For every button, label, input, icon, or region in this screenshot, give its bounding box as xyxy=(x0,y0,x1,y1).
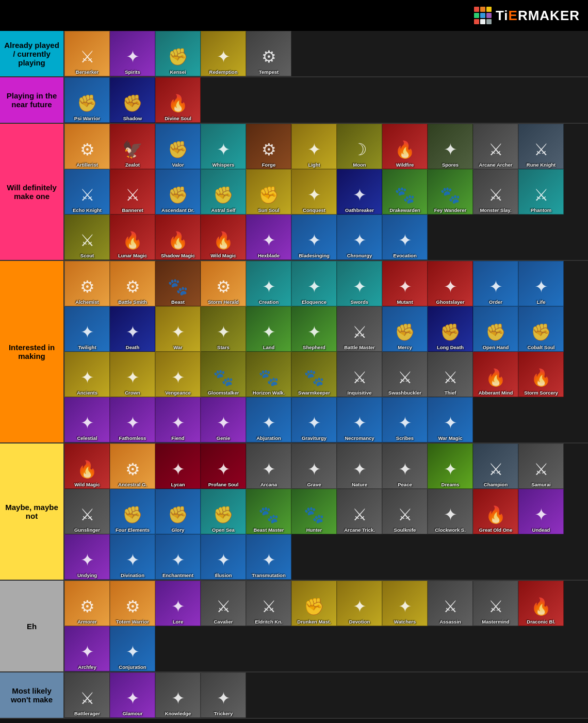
tier-item[interactable]: 🐾Horizon Walk. xyxy=(246,352,291,397)
tier-item[interactable]: ✊Drunken Mast. xyxy=(291,581,337,626)
tier-item[interactable]: ✊Four Elements xyxy=(110,489,155,534)
tier-item[interactable]: ✦Divination xyxy=(110,534,155,580)
tier-item[interactable]: ✊Kensei xyxy=(155,31,201,76)
tier-item[interactable]: ✦Swords xyxy=(337,261,382,306)
tier-item[interactable]: ✦Land xyxy=(246,306,291,352)
tier-item[interactable]: ✦Trickery xyxy=(201,672,246,718)
tier-item[interactable]: ✦War xyxy=(155,306,201,352)
tier-item[interactable]: 🐾Beast xyxy=(155,261,201,306)
tier-item[interactable]: ✦Genie xyxy=(201,397,246,442)
tier-item[interactable]: ✦Dreams xyxy=(428,443,473,489)
tier-item[interactable]: 🔥Divine Soul xyxy=(155,77,201,123)
tier-item[interactable]: ✦War Magic xyxy=(428,397,473,442)
tier-item[interactable]: 🔥Wild Magic xyxy=(64,443,110,489)
tier-item[interactable]: ✊Mercy xyxy=(382,306,428,352)
tier-item[interactable]: ⚔Soulknife xyxy=(382,489,428,534)
tier-item[interactable]: ⚔Phantom xyxy=(518,169,564,215)
tier-item[interactable]: ✦Redemption xyxy=(201,31,246,76)
tier-item[interactable]: ⚔Thief xyxy=(428,352,473,397)
tier-item[interactable]: ⚙Alchemist xyxy=(64,261,110,306)
tier-item[interactable]: 🐾Fey Wanderer xyxy=(428,169,473,215)
tier-item[interactable]: ✊Cobalt Soul xyxy=(518,306,564,352)
tier-item[interactable]: ✊Open Sea xyxy=(201,489,246,534)
tier-item[interactable]: ✦Undying xyxy=(64,534,110,580)
tier-item[interactable]: ✦Undead xyxy=(518,489,564,534)
tier-item[interactable]: ✦Crown xyxy=(110,352,155,397)
tier-item[interactable]: ✦Life xyxy=(518,261,564,306)
tier-item[interactable]: ✦Clockwork S. xyxy=(428,489,473,534)
tier-item[interactable]: 🔥Wildfire xyxy=(382,124,428,169)
tier-item[interactable]: ⚔Monster Slay. xyxy=(473,169,518,215)
tier-item[interactable]: ⚔Mastermind xyxy=(473,581,518,626)
tier-item[interactable]: ✦Creation xyxy=(246,261,291,306)
tier-item[interactable]: ⚔Assassin xyxy=(428,581,473,626)
tier-item[interactable]: ✦Enchantment xyxy=(155,534,201,580)
tier-item[interactable]: ⚙Forge xyxy=(246,124,291,169)
tier-item[interactable]: ✊Psi Warrior xyxy=(64,77,110,123)
tier-item[interactable]: ✦Spores xyxy=(428,124,473,169)
tier-item[interactable]: ✦Fiend xyxy=(155,397,201,442)
tier-item[interactable]: ✦Vengeance xyxy=(155,352,201,397)
tier-item[interactable]: ✦Mutant xyxy=(382,261,428,306)
tier-item[interactable]: 🔥Draconic Bl. xyxy=(518,581,564,626)
tier-item[interactable]: ⚔Samurai xyxy=(518,443,564,489)
tier-item[interactable]: 🔥Storm Sorcery xyxy=(518,352,564,397)
tier-item[interactable]: ⚙Tempest xyxy=(246,31,291,76)
tier-item[interactable]: ⚙Ancestral G. xyxy=(110,443,155,489)
tier-item[interactable]: ⚙Totem Warrior xyxy=(110,581,155,626)
tier-item[interactable]: ⚔Arcane Archer xyxy=(473,124,518,169)
tier-item[interactable]: ✦Shepherd xyxy=(291,306,337,352)
tier-item[interactable]: ✦Stars xyxy=(201,306,246,352)
tier-item[interactable]: 🐾Drakewarden xyxy=(382,169,428,215)
tier-item[interactable]: ✦Glamour xyxy=(110,672,155,718)
tier-item[interactable]: 🔥Shadow Magic xyxy=(155,215,201,260)
tier-item[interactable]: ✦Graviturgy xyxy=(291,397,337,442)
tier-item[interactable]: ⚔Inquisitive xyxy=(337,352,382,397)
tier-item[interactable]: ✦Profane Soul xyxy=(201,443,246,489)
tier-item[interactable]: 🔥Lunar Magic xyxy=(110,215,155,260)
tier-item[interactable]: ✦Bladesinging xyxy=(291,215,337,260)
tier-item[interactable]: ⚔Scout xyxy=(64,215,110,260)
tier-item[interactable]: ✦Lycan xyxy=(155,443,201,489)
tier-item[interactable]: ✦Light xyxy=(291,124,337,169)
tier-item[interactable]: ⚙Battle Smith xyxy=(110,261,155,306)
tier-item[interactable]: ✊Ascendant Dr. xyxy=(155,169,201,215)
tier-item[interactable]: ⚔Swashbuckler xyxy=(382,352,428,397)
tier-item[interactable]: 🔥Wild Magic xyxy=(201,215,246,260)
tier-item[interactable]: 🦅Zealot xyxy=(110,124,155,169)
tier-item[interactable]: ✊Valor xyxy=(155,124,201,169)
tier-item[interactable]: ⚔Arcane Trick. xyxy=(337,489,382,534)
tier-item[interactable]: ✦Chronurgy xyxy=(337,215,382,260)
tier-item[interactable]: ✦Ghostslayer xyxy=(428,261,473,306)
tier-item[interactable]: ⚔Eldritch Kn. xyxy=(246,581,291,626)
tier-item[interactable]: 🔥Great Old One xyxy=(473,489,518,534)
tier-item[interactable]: ⚙Armorer xyxy=(64,581,110,626)
tier-item[interactable]: ☽Moon xyxy=(337,124,382,169)
tier-item[interactable]: ✦Peace xyxy=(382,443,428,489)
tier-item[interactable]: ✦Fathomless xyxy=(110,397,155,442)
tier-item[interactable]: ⚙Artillerist xyxy=(64,124,110,169)
tier-item[interactable]: ✦Death xyxy=(110,306,155,352)
tier-item[interactable]: ✊Open Hand xyxy=(473,306,518,352)
tier-item[interactable]: ✦Evocation xyxy=(382,215,428,260)
tier-item[interactable]: ⚔Banneret xyxy=(110,169,155,215)
tier-item[interactable]: ⚔Battle Master xyxy=(337,306,382,352)
tier-item[interactable]: ✦Arcana xyxy=(246,443,291,489)
tier-item[interactable]: ⚔Cavalier xyxy=(201,581,246,626)
tier-item[interactable]: ✦Scribes xyxy=(382,397,428,442)
tier-item[interactable]: ✦Conquest xyxy=(291,169,337,215)
tier-item[interactable]: ✦Knowledge xyxy=(155,672,201,718)
tier-item[interactable]: ✦Nature xyxy=(337,443,382,489)
tier-item[interactable]: ✦Watchers xyxy=(382,581,428,626)
tier-item[interactable]: ✦Archfey xyxy=(64,626,110,671)
tier-item[interactable]: ✊Shadow xyxy=(110,77,155,123)
tier-item[interactable]: ✦Oathbreaker xyxy=(337,169,382,215)
tier-item[interactable]: ⚙Storm Herald xyxy=(201,261,246,306)
tier-item[interactable]: ✦Grave xyxy=(291,443,337,489)
tier-item[interactable]: ✦Devotion xyxy=(337,581,382,626)
tier-item[interactable]: ✦Twilight xyxy=(64,306,110,352)
tier-item[interactable]: ✊Astral Self xyxy=(201,169,246,215)
tier-item[interactable]: ✦Lore xyxy=(155,581,201,626)
tier-item[interactable]: 🐾Beast Master xyxy=(246,489,291,534)
tier-item[interactable]: ⚔Champion xyxy=(473,443,518,489)
